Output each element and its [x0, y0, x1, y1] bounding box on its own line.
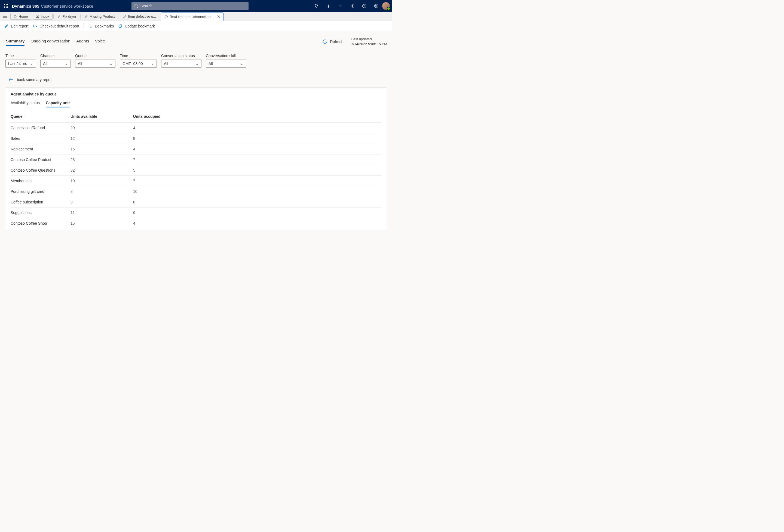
svg-point-17: [352, 5, 353, 6]
filter-label: Conversation status: [161, 54, 201, 58]
filter-channel[interactable]: All⌄: [40, 60, 71, 68]
search-icon: [134, 4, 138, 8]
back-link[interactable]: back summary report: [9, 78, 387, 82]
cell-occupied: 4: [133, 144, 382, 154]
filter-time[interactable]: Last 24 hrs⌄: [5, 60, 36, 68]
filter-label: Conversation skill: [206, 54, 246, 58]
tab-label: Item defective o...: [128, 14, 156, 19]
filter-status[interactable]: All⌄: [161, 60, 201, 68]
cell-occupied: 7: [133, 154, 382, 165]
tab-item-defective[interactable]: Item defective o...: [120, 12, 160, 21]
table-row[interactable]: Replacement164: [10, 144, 382, 154]
hamburger-icon[interactable]: [2, 13, 8, 20]
filter-value: GMT -08:00: [122, 61, 143, 66]
filter-timezone[interactable]: GMT -08:00⌄: [120, 60, 157, 68]
svg-rect-7: [6, 7, 6, 8]
col-queue[interactable]: Queue: [10, 114, 23, 119]
pencil-icon: [84, 15, 88, 18]
cell-available: 11: [71, 208, 133, 218]
filter-value: All: [208, 61, 213, 66]
sort-asc-icon[interactable]: ↑: [24, 114, 26, 118]
table-row[interactable]: Cancellation/Refund204: [10, 123, 382, 133]
workspace-title: Customer service workspace: [41, 4, 93, 8]
cmd-label: Update bookmark: [125, 24, 155, 28]
chevron-down-icon: ⌄: [195, 61, 199, 66]
avatar[interactable]: [382, 2, 390, 10]
pill-inbox-label: Inbox: [41, 14, 50, 19]
chevron-down-icon: ⌄: [30, 61, 33, 66]
table-row[interactable]: Contoso Coffee Questions325: [10, 165, 382, 176]
pill-home[interactable]: Home: [10, 13, 31, 20]
viewtab-agents[interactable]: Agents: [76, 37, 89, 46]
table-row[interactable]: Sales128: [10, 133, 382, 144]
viewtab-ongoing[interactable]: Ongoing conversation: [30, 37, 70, 46]
viewtab-summary[interactable]: Summary: [6, 37, 25, 46]
cell-available: 15: [71, 218, 133, 229]
cell-available: 10: [71, 176, 133, 186]
svg-rect-8: [7, 7, 8, 8]
cell-occupied: 4: [133, 218, 382, 229]
refresh-icon: [322, 39, 327, 44]
filter-skill[interactable]: All⌄: [206, 60, 246, 68]
svg-line-10: [137, 7, 138, 8]
filter-queue[interactable]: All⌄: [75, 60, 115, 68]
tab-label: Real time omnichannel an...: [170, 15, 214, 19]
col-available[interactable]: Units available: [71, 114, 97, 119]
pencil-icon: [4, 24, 9, 28]
table-row[interactable]: Membership107: [10, 176, 382, 186]
divider: [84, 23, 84, 29]
filter-label: Time: [5, 54, 36, 58]
cmd-label: Bookmarks: [95, 24, 114, 28]
app-launcher-icon[interactable]: [0, 0, 12, 12]
refresh-button[interactable]: Refresh: [322, 39, 343, 44]
filter-icon[interactable]: [334, 0, 346, 12]
cmd-update-bookmark[interactable]: Update bookmark: [118, 24, 155, 28]
cmd-edit-report[interactable]: Edit report: [4, 24, 29, 28]
refresh-icon: [118, 24, 122, 28]
svg-rect-2: [7, 4, 8, 5]
cmd-label: Checkout default report: [40, 24, 80, 28]
viewtab-voice[interactable]: Voice: [95, 37, 105, 46]
global-search[interactable]: [132, 2, 249, 10]
emoji-icon[interactable]: [370, 0, 382, 12]
cell-queue: Contoso Coffee Shop: [10, 218, 71, 229]
table-row[interactable]: Contoso Coffee Product237: [10, 154, 382, 165]
pill-home-label: Home: [19, 14, 28, 19]
cell-occupied: 4: [133, 123, 382, 133]
tab-realtime-omnichannel[interactable]: Real time omnichannel an...: [161, 12, 224, 21]
cell-occupied: 8: [133, 197, 382, 208]
filter-label: Time: [120, 54, 157, 58]
subtab-capacity[interactable]: Capacity unit: [46, 100, 70, 107]
refresh-label: Refresh: [330, 39, 343, 44]
cell-queue: Contoso Coffee Questions: [10, 165, 71, 176]
help-icon[interactable]: [358, 0, 370, 12]
cell-queue: Cancellation/Refund: [10, 123, 71, 133]
cell-available: 8: [71, 186, 133, 197]
svg-rect-4: [6, 6, 6, 6]
cmd-label: Edit report: [11, 24, 29, 28]
subtab-availability[interactable]: Availability status: [10, 100, 40, 107]
cell-queue: Sales: [10, 133, 71, 144]
cmd-bookmarks[interactable]: Bookmarks: [88, 24, 114, 28]
pill-inbox[interactable]: Inbox: [33, 13, 53, 20]
col-occupied[interactable]: Units occupied: [133, 114, 160, 119]
pencil-icon: [123, 15, 127, 18]
table-row[interactable]: Suggestions119: [10, 208, 382, 218]
tab-strip: Home Inbox Fix dryer Missing Product Ite…: [0, 12, 392, 21]
search-input[interactable]: [140, 4, 246, 8]
table-row[interactable]: Contoso Coffee Shop154: [10, 218, 382, 229]
filter-value: All: [164, 61, 168, 66]
svg-rect-6: [4, 7, 5, 8]
tab-missing-product[interactable]: Missing Product: [81, 12, 118, 21]
chevron-down-icon: ⌄: [65, 61, 68, 66]
command-bar: Edit report Checkout default report Book…: [0, 21, 392, 31]
plus-icon[interactable]: [322, 0, 334, 12]
tab-fix-dryer[interactable]: Fix dryer: [54, 12, 80, 21]
lightbulb-icon[interactable]: [310, 0, 322, 12]
close-icon[interactable]: [217, 15, 220, 18]
gear-icon[interactable]: [346, 0, 358, 12]
table-row[interactable]: Purchasing gift card810: [10, 186, 382, 197]
cmd-checkout-default[interactable]: Checkout default report: [33, 24, 80, 28]
table-row[interactable]: Coffee subscription98: [10, 197, 382, 208]
svg-point-20: [374, 4, 378, 8]
